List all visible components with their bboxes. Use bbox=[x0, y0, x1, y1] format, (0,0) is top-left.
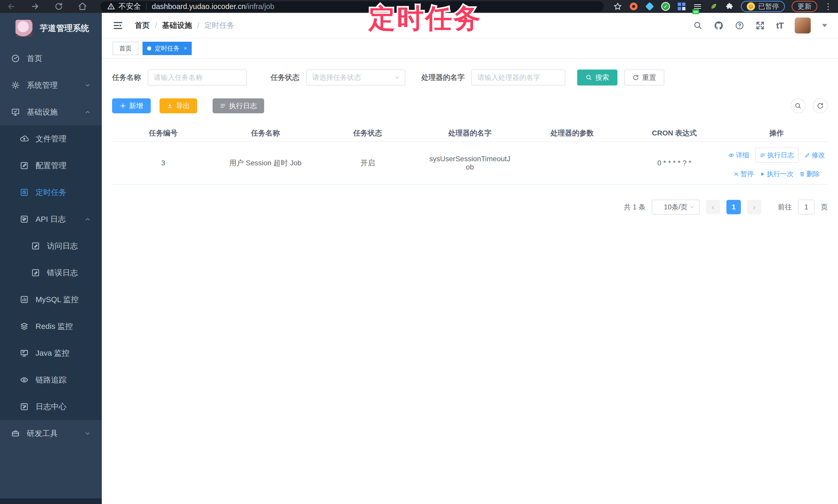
sidebar-item-infrastructure[interactable]: 基础设施 bbox=[0, 98, 102, 125]
browser-forward-icon[interactable] bbox=[29, 1, 41, 12]
chevron-down-icon bbox=[689, 204, 695, 210]
col-job-id: 任务编号 bbox=[112, 125, 214, 142]
page-content: 任务名称 任务状态 处理器的名字 搜索 重置 bbox=[102, 59, 838, 215]
goto-label: 前往 bbox=[778, 202, 792, 212]
log-edit-icon bbox=[31, 268, 40, 277]
browser-home-icon[interactable] bbox=[77, 1, 88, 12]
edit-link[interactable]: 修改 bbox=[804, 151, 825, 160]
exec-log-button[interactable]: 执行日志 bbox=[213, 98, 264, 113]
extension-list-on-icon[interactable]: on bbox=[693, 2, 702, 11]
profile-paused-badge[interactable]: ☺ 已暂停 bbox=[741, 1, 785, 12]
sidebar-item-config-management[interactable]: 配置管理 bbox=[0, 152, 102, 179]
sidebar-item-error-logs[interactable]: 错误日志 bbox=[0, 259, 102, 286]
browser-reload-icon[interactable] bbox=[53, 1, 65, 12]
jobs-table: 任务编号 任务名称 任务状态 处理器的名字 处理器的参数 CRON 表达式 操作… bbox=[112, 125, 828, 185]
browser-update-button[interactable]: 更新 bbox=[792, 1, 817, 12]
sidebar-item-log-center[interactable]: 日志中心 bbox=[0, 393, 102, 420]
sidebar-item-home[interactable]: 首页 bbox=[0, 45, 102, 72]
add-button[interactable]: 新增 bbox=[112, 98, 151, 113]
user-avatar[interactable] bbox=[795, 18, 811, 34]
tab-home[interactable]: 首页 bbox=[112, 42, 138, 55]
gear-icon bbox=[11, 80, 20, 90]
sidebar-item-dev-tools[interactable]: 研发工具 bbox=[0, 420, 102, 447]
row-exec-log-link[interactable]: 执行日志 bbox=[755, 148, 799, 163]
page-unit-label: 页 bbox=[821, 202, 828, 212]
handler-name-input[interactable] bbox=[471, 70, 565, 86]
sidebar-collapse-icon[interactable] bbox=[112, 21, 123, 30]
user-menu-caret-icon[interactable] bbox=[822, 24, 827, 27]
monitor-icon bbox=[11, 107, 20, 117]
pagination: 共 1 条 10条/页 ‹ 1 › 前往 页 bbox=[112, 200, 828, 215]
sidebar-item-api-logs[interactable]: API 日志 bbox=[0, 206, 102, 233]
sidebar-item-tracing[interactable]: 链路追踪 bbox=[0, 366, 102, 393]
chevron-down-icon bbox=[84, 82, 91, 89]
sidebar-item-redis-monitor[interactable]: Redis 监控 bbox=[0, 313, 102, 340]
log-edit-icon bbox=[20, 402, 29, 411]
app-logo-row[interactable]: 芋道管理系统 bbox=[0, 13, 102, 44]
run-once-link[interactable]: 执行一次 bbox=[760, 169, 794, 179]
sidebar-bottom-strip bbox=[0, 498, 102, 504]
github-icon[interactable] bbox=[714, 21, 723, 30]
chevron-down-icon bbox=[394, 74, 401, 81]
detail-link[interactable]: 详细 bbox=[728, 151, 749, 160]
browser-chrome: 不安全 dashboard.yudao.iocoder.cn /infra/jo… bbox=[0, 0, 838, 13]
col-job-name: 任务名称 bbox=[214, 125, 317, 142]
sidebar-item-file-management[interactable]: 文件管理 bbox=[0, 125, 102, 152]
reset-button[interactable]: 重置 bbox=[624, 70, 664, 86]
sidebar-item-system-management[interactable]: 系统管理 bbox=[0, 72, 102, 98]
main-area: 首页 / 基础设施 / 定时任务 tT 首页 bbox=[102, 13, 838, 504]
handler-name-label: 处理器的名字 bbox=[421, 73, 465, 83]
breadcrumb-home[interactable]: 首页 bbox=[135, 20, 150, 31]
help-icon[interactable] bbox=[735, 21, 744, 30]
not-secure-label[interactable]: 不安全 bbox=[119, 1, 141, 12]
col-operations: 操作 bbox=[726, 125, 828, 142]
delete-link[interactable]: 删除 bbox=[799, 169, 820, 179]
breadcrumb-current: 定时任务 bbox=[204, 20, 234, 31]
log-edit-icon bbox=[20, 215, 29, 224]
cell-handler-name: sysUserSessionTimeoutJob bbox=[419, 142, 521, 184]
bookmark-star-icon[interactable] bbox=[613, 2, 622, 11]
url-path: /infra/job bbox=[246, 2, 274, 11]
close-tab-icon[interactable]: × bbox=[184, 45, 187, 52]
extension-leaf-icon[interactable] bbox=[709, 2, 718, 11]
sidebar-item-scheduled-jobs[interactable]: 定时任务 bbox=[0, 179, 102, 206]
page-size-select[interactable]: 10条/页 bbox=[652, 200, 700, 215]
sidebar-item-access-logs[interactable]: 访问日志 bbox=[0, 233, 102, 259]
table-row: 3 用户 Session 超时 Job 开启 sysUserSessionTim… bbox=[112, 142, 828, 184]
sidebar-item-java-monitor[interactable]: Java 监控 bbox=[0, 340, 102, 366]
prev-page-button[interactable]: ‹ bbox=[706, 200, 720, 214]
log-edit-icon bbox=[31, 241, 40, 251]
fullscreen-icon[interactable] bbox=[755, 21, 765, 30]
extension-gem-icon[interactable] bbox=[645, 2, 654, 11]
breadcrumb-section[interactable]: 基础设施 bbox=[162, 20, 192, 31]
extensions-puzzle-icon[interactable] bbox=[725, 2, 734, 11]
display-icon bbox=[20, 348, 29, 358]
total-count: 共 1 条 bbox=[624, 202, 646, 212]
cell-operations: 详细 执行日志 修改 bbox=[726, 142, 828, 184]
col-handler-param: 处理器的参数 bbox=[521, 125, 623, 142]
next-page-button[interactable]: › bbox=[747, 200, 762, 214]
active-tab-dot bbox=[147, 46, 151, 51]
pause-link[interactable]: 暂停 bbox=[733, 169, 754, 179]
goto-page-input[interactable] bbox=[798, 200, 815, 215]
app-logo-image bbox=[15, 20, 33, 37]
extension-grid-icon[interactable] bbox=[677, 2, 686, 11]
current-page-button[interactable]: 1 bbox=[727, 200, 741, 214]
font-size-icon[interactable]: tT bbox=[776, 21, 783, 31]
search-icon[interactable] bbox=[693, 21, 702, 30]
job-name-input[interactable] bbox=[148, 70, 247, 86]
search-button[interactable]: 搜索 bbox=[577, 70, 617, 86]
col-job-status: 任务状态 bbox=[316, 125, 419, 142]
export-button[interactable]: 导出 bbox=[159, 98, 197, 113]
refresh-icon[interactable] bbox=[813, 98, 828, 113]
chevron-down-icon bbox=[84, 430, 91, 437]
toggle-search-icon[interactable] bbox=[790, 98, 805, 113]
extension-orange-icon[interactable] bbox=[629, 2, 638, 11]
browser-back-icon[interactable] bbox=[6, 1, 17, 12]
extension-green-check-icon[interactable]: ✓ bbox=[661, 2, 670, 11]
browser-menu-icon[interactable]: ⋮ bbox=[824, 2, 832, 11]
sidebar-item-mysql-monitor[interactable]: MySQL 监控 bbox=[0, 286, 102, 313]
job-status-select[interactable] bbox=[306, 70, 405, 86]
tab-scheduled-jobs[interactable]: 定时任务 × bbox=[142, 42, 192, 55]
address-bar[interactable]: 不安全 dashboard.yudao.iocoder.cn /infra/jo… bbox=[101, 1, 604, 12]
